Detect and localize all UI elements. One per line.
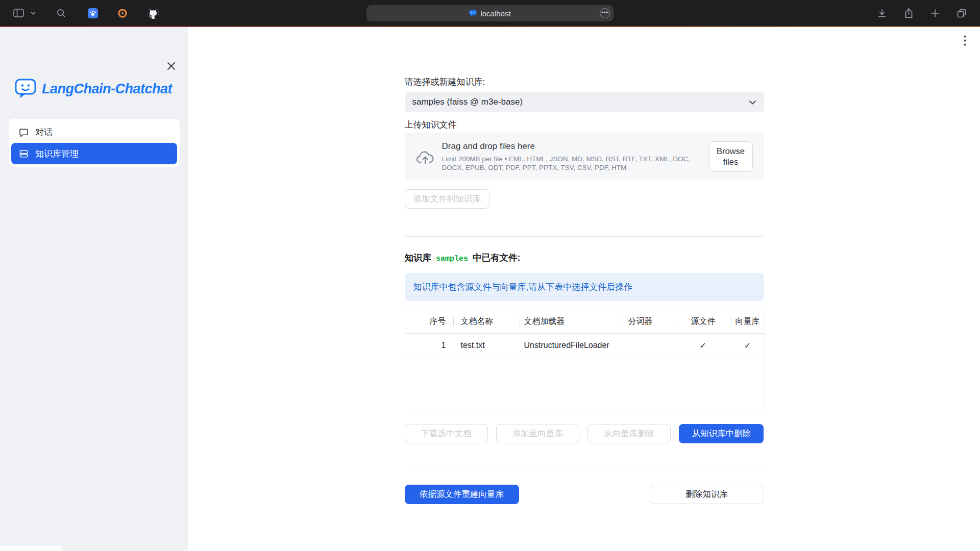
- cell-doc-name: test.txt: [453, 333, 520, 358]
- info-banner: 知识库中包含源文件与向量库,请从下表中选择文件后操作: [405, 273, 764, 301]
- vertical-dots-icon: [964, 35, 966, 46]
- delete-kb-button[interactable]: 删除知识库: [650, 485, 764, 504]
- chevron-down-icon: [749, 100, 756, 105]
- tab-overview-icon[interactable]: [954, 6, 969, 20]
- cell-source-check: ✓: [676, 333, 731, 358]
- address-url: localhost: [480, 9, 510, 18]
- add-to-vector-button[interactable]: 添加至向量库: [496, 424, 579, 443]
- rebuild-vector-button[interactable]: 依据源文件重建向量库: [405, 485, 519, 504]
- chat-bubble-icon: [19, 128, 29, 137]
- kb-stack-icon: [19, 149, 29, 159]
- cloud-upload-icon: [416, 148, 434, 165]
- address-bar[interactable]: localhost •••: [366, 5, 614, 21]
- section-divider: [405, 236, 764, 237]
- close-icon: [167, 62, 176, 70]
- cell-loader: UnstructuredFileLoader: [520, 333, 621, 358]
- add-files-button[interactable]: 添加文件到知识库: [405, 189, 489, 209]
- header-splitter: 分词器: [621, 310, 676, 333]
- extension-orange-icon[interactable]: [115, 6, 130, 20]
- menu-item-chat[interactable]: 对话: [11, 121, 177, 143]
- logo-bubble-icon: [14, 78, 37, 99]
- delete-from-vector-button[interactable]: 从向量库删除: [587, 424, 671, 443]
- github-extension-icon[interactable]: [146, 6, 160, 20]
- kb-selectbox[interactable]: samples (faiss @ m3e-base): [405, 92, 764, 112]
- logo-text: LangChain-Chatchat: [42, 81, 172, 97]
- uploader-limit-text: Limit 200MB per file • EML, HTML, JSON, …: [442, 155, 701, 172]
- file-uploader-dropzone[interactable]: Drag and drop files here Limit 200MB per…: [405, 133, 764, 181]
- search-icon[interactable]: [54, 6, 68, 20]
- main-content: 请选择或新建知识库: samples (faiss @ m3e-base) 上传…: [188, 27, 980, 551]
- status-bar-stub: [0, 546, 62, 551]
- app-menu-button[interactable]: [958, 33, 972, 47]
- download-selected-button[interactable]: 下载选中文档: [405, 424, 488, 443]
- header-loader: 文档加载器: [520, 310, 621, 333]
- cell-splitter: [621, 333, 676, 358]
- delete-from-kb-button[interactable]: 从知识库中删除: [679, 424, 764, 443]
- kb-name-code: samples: [436, 255, 468, 263]
- upload-section-label: 上传知识文件: [405, 120, 764, 129]
- menu-item-label: 对话: [35, 127, 53, 138]
- extension-blue-icon[interactable]: [86, 6, 100, 20]
- uploader-drag-text: Drag and drop files here: [442, 141, 701, 152]
- table-empty-area: [405, 358, 765, 411]
- heading-suffix: 中已有文件:: [473, 252, 520, 264]
- table-row[interactable]: 1 test.txt UnstructuredFileLoader ✓ ✓: [405, 333, 765, 358]
- sidebar-toggle-icon[interactable]: [11, 6, 26, 20]
- cell-vector-check: ✓: [731, 333, 765, 358]
- selected-kb-value: samples (faiss @ m3e-base): [412, 97, 523, 107]
- header-index: 序号: [405, 310, 453, 333]
- sidebar-close-button[interactable]: [164, 59, 178, 73]
- menu-item-kb-management[interactable]: 知识库管理: [11, 143, 177, 164]
- share-icon[interactable]: [901, 6, 916, 20]
- kb-select-label: 请选择或新建知识库:: [405, 78, 764, 86]
- page-menu-icon[interactable]: •••: [600, 8, 610, 18]
- sidebar: LangChain-Chatchat 对话 知识库管理: [0, 27, 188, 551]
- section-divider-bottom: [405, 467, 764, 467]
- header-source-file: 源文件: [676, 310, 731, 333]
- browser-toolbar: localhost •••: [0, 0, 980, 26]
- menu-item-label: 知识库管理: [35, 148, 79, 160]
- kb-files-heading: 知识库 samples 中已有文件:: [405, 252, 764, 264]
- tab-group-chevron-icon[interactable]: [30, 6, 37, 20]
- browse-files-button[interactable]: Browse files: [709, 141, 753, 172]
- kb-files-table: 序号 文档名称 文档加载器 分词器 源文件 向量库 1 test.txt Uns: [405, 310, 764, 411]
- header-vector-store: 向量库: [731, 310, 765, 333]
- table-header-row: 序号 文档名称 文档加载器 分词器 源文件 向量库: [405, 310, 765, 333]
- header-doc-name: 文档名称: [453, 310, 520, 333]
- app-logo: LangChain-Chatchat: [14, 78, 188, 99]
- sidebar-menu: 对话 知识库管理: [9, 119, 180, 167]
- new-tab-icon[interactable]: [928, 6, 942, 20]
- heading-prefix: 知识库: [405, 252, 432, 264]
- downloads-icon[interactable]: [875, 6, 889, 20]
- cell-index: 1: [405, 333, 453, 358]
- site-favicon: [469, 10, 477, 17]
